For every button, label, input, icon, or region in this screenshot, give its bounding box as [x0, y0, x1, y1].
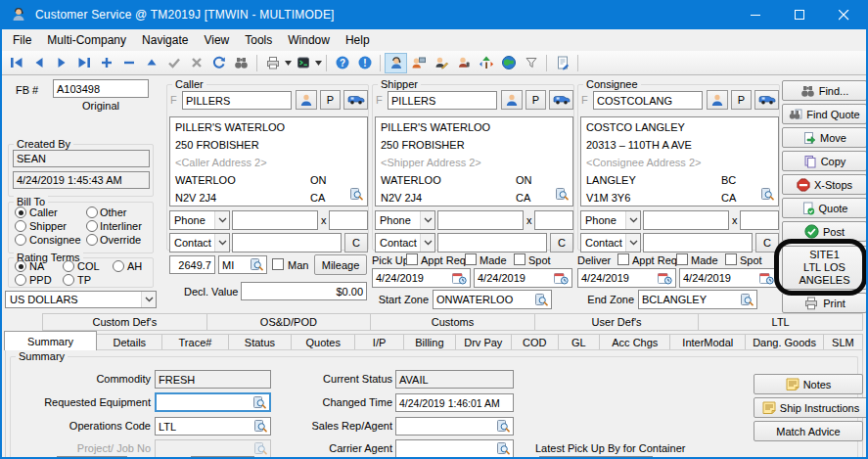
consignee-address-box[interactable]: COSTCO LANGLEY 20313 – 110TH A AVE <Cons…: [580, 116, 779, 207]
print-icon[interactable]: [261, 53, 284, 73]
consignee-ext-field[interactable]: [740, 210, 779, 230]
quote-button[interactable]: Quote: [782, 198, 866, 218]
minimize-button[interactable]: [734, 0, 778, 29]
add-record-icon[interactable]: [95, 53, 117, 73]
rating-tp-option[interactable]: TP: [77, 274, 91, 287]
print-dropdown-icon[interactable]: [284, 53, 292, 73]
match-advice-button[interactable]: Match Advice: [754, 421, 863, 441]
menu-multi-company[interactable]: Multi-Company: [39, 33, 134, 47]
consignee-customer-button[interactable]: [707, 90, 728, 110]
sales-rep-field[interactable]: [395, 417, 514, 436]
bill-to-consignee-option[interactable]: Consignee: [29, 234, 81, 247]
shipper-contact-type-select[interactable]: Contact: [375, 233, 435, 252]
mileage-button[interactable]: Mileage: [314, 254, 367, 275]
rating-col-option[interactable]: COL: [77, 260, 100, 273]
shipper-p-button[interactable]: P: [525, 90, 546, 110]
menu-file[interactable]: File: [5, 33, 39, 47]
accept-icon[interactable]: [162, 53, 185, 73]
calendar-icon[interactable]: [759, 272, 774, 285]
calendar-icon[interactable]: [658, 272, 672, 285]
refresh-icon[interactable]: [207, 53, 230, 73]
changed-time-field[interactable]: 4/24/2019 1:46:01 AM: [395, 393, 514, 412]
tab-status[interactable]: Status: [228, 334, 293, 350]
operations-lookup-icon[interactable]: [254, 420, 267, 433]
unit-lookup-icon[interactable]: [251, 258, 263, 271]
shipper-phone-type-select[interactable]: Phone: [375, 210, 435, 230]
zone-lookup-icon[interactable]: [535, 294, 548, 306]
shipper-c-button[interactable]: C: [550, 233, 573, 252]
copy-button[interactable]: Copy: [782, 151, 866, 171]
bill-to-caller-radio[interactable]: [15, 207, 26, 218]
rating-na-option[interactable]: NA: [29, 260, 44, 273]
bill-to-shipper-radio[interactable]: [15, 220, 26, 232]
caller-truck-button[interactable]: [343, 90, 368, 110]
sales-rep-lookup-icon[interactable]: [497, 420, 510, 433]
carrier-agent-lookup-icon[interactable]: [497, 442, 510, 455]
tab-cod[interactable]: COD: [511, 334, 559, 350]
tab-user-defs[interactable]: User Def's: [534, 313, 700, 331]
man-checkbox[interactable]: [272, 258, 284, 270]
ship-instructions-button[interactable]: Ship Instructions: [754, 397, 866, 418]
edit-document-icon[interactable]: [551, 53, 573, 73]
rating-ah-radio[interactable]: [113, 260, 124, 272]
scroll-up-icon[interactable]: [140, 53, 162, 73]
bill-to-consignee-radio[interactable]: [15, 234, 26, 246]
post-button[interactable]: Post: [782, 221, 866, 242]
tab-customs[interactable]: Customs: [370, 313, 535, 331]
rating-na-radio[interactable]: [15, 260, 26, 272]
caller-customer-button[interactable]: [296, 90, 317, 110]
filter-icon[interactable]: [520, 53, 542, 73]
caller-c-button[interactable]: C: [344, 233, 368, 252]
find-icon[interactable]: [230, 53, 252, 73]
tab-drv-pay[interactable]: Drv Pay: [455, 334, 512, 350]
tab-acc-chgs[interactable]: Acc Chgs: [599, 334, 670, 350]
tab-intermodal[interactable]: InterModal: [669, 334, 746, 350]
previous-record-icon[interactable]: [27, 53, 50, 73]
caller-contact-type-select[interactable]: Contact: [169, 233, 230, 252]
start-zone-field[interactable]: ONWATERLOO: [433, 290, 552, 309]
dispatch-icon[interactable]: [407, 53, 430, 73]
pickup-appt-req-checkbox[interactable]: [406, 253, 418, 265]
x-stops-button[interactable]: X-Stops: [782, 174, 866, 195]
rating-ppd-option[interactable]: PPD: [29, 274, 52, 287]
customer-service-icon[interactable]: [385, 53, 407, 73]
tab-summary[interactable]: Summary: [4, 331, 97, 350]
shipper-truck-button[interactable]: [549, 90, 573, 110]
maximize-button[interactable]: [778, 0, 822, 29]
requested-equipment-field[interactable]: [155, 392, 271, 412]
routes-icon[interactable]: [475, 53, 497, 73]
deliver-date-by-field[interactable]: 4/24/2019: [679, 268, 778, 288]
tab-custom-defs[interactable]: Custom Def's: [42, 313, 207, 331]
tab-billing[interactable]: Billing: [403, 334, 455, 350]
consignee-contact-type-select[interactable]: Contact: [580, 233, 641, 252]
personnel-icon[interactable]: [452, 53, 475, 73]
deliver-made-checkbox[interactable]: [676, 253, 688, 265]
consignee-address-lookup-icon[interactable]: [761, 188, 774, 203]
first-record-icon[interactable]: [5, 53, 27, 73]
tab-ip[interactable]: I/P: [354, 334, 404, 350]
consignee-contact-field[interactable]: [643, 233, 753, 252]
calendar-icon[interactable]: [452, 272, 467, 285]
help-icon[interactable]: ?: [331, 53, 353, 73]
distance-field[interactable]: 2649.7: [169, 255, 215, 274]
shipper-ext-field[interactable]: [534, 210, 573, 230]
consignee-p-button[interactable]: P: [731, 90, 752, 110]
close-button[interactable]: [822, 0, 866, 29]
shipper-address-lookup-icon[interactable]: [556, 188, 569, 203]
rating-ppd-radio[interactable]: [15, 274, 26, 286]
bill-to-interliner-radio[interactable]: [86, 220, 98, 232]
tab-osd-pod[interactable]: OS&D/POD: [206, 313, 372, 331]
carrier-agent-field[interactable]: [395, 439, 514, 457]
rating-tp-radio[interactable]: [63, 274, 74, 286]
bill-to-override-option[interactable]: Override: [100, 234, 141, 247]
tab-quotes[interactable]: Quotes: [291, 334, 355, 350]
tab-trace[interactable]: Trace#: [161, 334, 228, 350]
tab-dang-goods[interactable]: Dang. Goods: [745, 334, 823, 350]
tab-gl[interactable]: GL: [558, 334, 601, 350]
caller-code-field[interactable]: PILLERS: [182, 91, 292, 110]
tab-ltl[interactable]: LTL: [698, 313, 863, 331]
find-quote-button[interactable]: Find Quote: [782, 104, 866, 124]
bill-to-override-radio[interactable]: [86, 234, 98, 246]
delete-record-icon[interactable]: [117, 53, 140, 73]
bill-to-other-radio[interactable]: [86, 207, 98, 218]
